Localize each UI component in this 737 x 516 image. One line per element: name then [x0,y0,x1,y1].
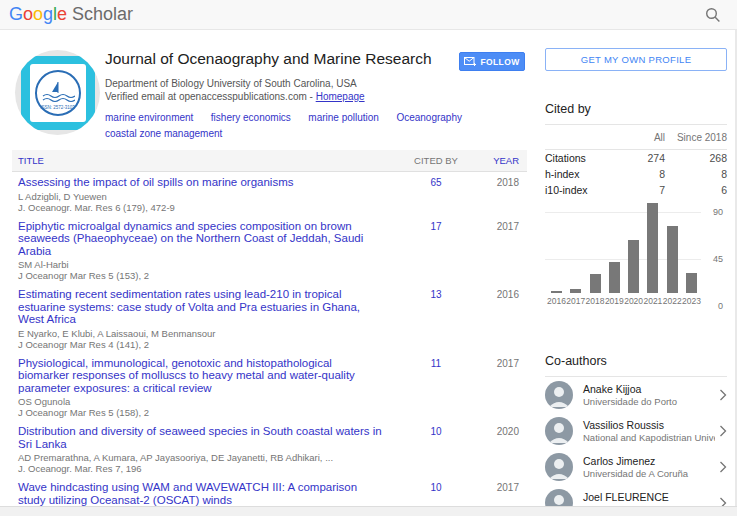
homepage-link[interactable]: Homepage [316,91,365,102]
coauthor-name[interactable]: Carlos Jimenez [583,455,715,468]
stat-all-value[interactable]: 274 [603,150,665,166]
citation-stats-header: All Since 2018 [545,125,727,150]
chart-bar[interactable] [686,273,697,293]
coauthor-item[interactable]: Vassilios Roussis National and Kapodistr… [545,413,727,449]
google-scholar-logo[interactable]: GoogleScholar [9,4,133,25]
article-title-link[interactable]: Physiological, immunological, genotoxic … [18,357,385,395]
sidebar: GET MY OWN PROFILE Cited by All Since 20… [545,48,727,516]
interest-tag[interactable]: marine pollution [308,111,379,125]
article-venue: J Oceanogr Mar Res 5 (158), 2 [18,407,385,418]
header-cited-by: CITED BY [401,155,471,166]
article-cited-by-count[interactable]: 13 [430,289,441,300]
chart-ytick: 0 [701,301,723,311]
stat-since-value[interactable]: 268 [665,150,727,166]
chevron-right-icon[interactable] [719,425,727,437]
stat-row: h-index 8 8 [545,166,727,182]
interest-tag[interactable]: Oceanography [396,111,462,125]
get-own-profile-button[interactable]: GET MY OWN PROFILE [545,48,727,71]
stat-since-value[interactable]: 6 [665,182,727,198]
article-venue: J Oceanogr Mar Res 5 (153), 2 [18,270,385,281]
article-authors: AD Premarathna, A Kumara, AP Jayasooriya… [18,452,385,463]
stat-row: Citations 274 268 [545,150,727,166]
chart-year-label: 2021 [643,296,662,306]
follow-button[interactable]: FOLLOW [459,52,525,71]
profile-verified: Verified email at openaccesspublications… [105,90,465,103]
sailboat-waves-icon [41,80,75,106]
cited-by-title: Cited by [545,102,727,125]
interest-tag[interactable]: coastal zone management [105,127,222,141]
interest-tag[interactable]: fishery economics [211,111,291,125]
chart-bar[interactable] [667,226,678,293]
stat-all-value[interactable]: 7 [603,182,665,198]
coauthor-item[interactable]: Anake Kijjoa Universidade do Porto [545,377,727,413]
stat-row: i10-index 7 6 [545,182,727,198]
article-title-link[interactable]: Epiphytic microalgal dynamics and specie… [18,220,385,258]
chart-year-label: 2017 [566,296,585,306]
article-cited-by-count[interactable]: 10 [430,482,441,493]
article-authors: L Adzigbli, D Yuewen [18,191,385,202]
topbar: GoogleScholar [0,0,737,30]
chart-bar[interactable] [570,289,581,293]
chevron-right-icon[interactable] [719,389,727,401]
stat-label: i10-index [545,182,603,198]
profile-header: ISSN: 2572-3103 Journal of Ocenaography … [12,48,527,143]
logo-letter: g [43,4,53,24]
coauthor-name[interactable]: Joel FLEURENCE [583,491,715,504]
article-cited-by-count[interactable]: 11 [431,358,441,369]
chart-bar[interactable] [628,240,639,293]
coauthor-name[interactable]: Vassilios Roussis [583,419,715,432]
stat-label: Citations [545,150,603,166]
scholar-logo-text: Scholar [72,4,133,24]
follow-button-label: FOLLOW [480,57,519,67]
table-row: Distribution and diversity of seaweed sp… [12,421,527,477]
chevron-right-icon[interactable] [719,461,727,473]
stat-label: h-index [545,166,603,182]
table-row: Assessing the impact of oil spills on ma… [12,172,527,216]
article-authors: OS Ogunola [18,396,385,407]
profile-avatar[interactable]: ISSN: 2572-3103 [15,50,100,135]
interest-tags: marine environment fishery economics mar… [105,109,535,141]
article-title-link[interactable]: Wave hindcasting using WAM and WAVEWATCH… [18,481,385,506]
logo-letter: G [9,4,23,24]
page-title: Journal of Ocenaography and Marine Resea… [105,50,465,68]
citations-chart-bars: 20162017201820192020202120222023 [547,212,701,306]
article-cited-by-count[interactable]: 17 [430,221,441,232]
chart-bar[interactable] [551,291,562,293]
col-all-label[interactable]: All [603,132,665,143]
citations-chart: 90 45 0 20162017201820192020202120222023 [545,212,727,322]
article-year: 2018 [471,176,527,213]
article-cited-by-count[interactable]: 65 [430,177,441,188]
header-year[interactable]: YEAR [471,155,527,166]
article-venue: J. Oceanogr. Mar. Res 6 (179), 472-9 [18,202,385,213]
chart-bar[interactable] [647,203,658,293]
chart-bar[interactable] [590,274,601,293]
search-icon[interactable] [705,7,721,23]
article-title-link[interactable]: Estimating recent sedimentation rates us… [18,288,385,326]
coauthor-avatar [545,417,573,445]
stat-all-value[interactable]: 8 [603,166,665,182]
article-year: 2020 [471,425,527,474]
article-title-link[interactable]: Distribution and diversity of seaweed sp… [18,425,385,450]
coauthor-avatar [545,453,573,481]
article-venue: J Oceanogr Mar Res 4 (141), 2 [18,339,385,350]
stat-since-value[interactable]: 8 [665,166,727,182]
article-title-link[interactable]: Assessing the impact of oil spills on ma… [18,176,385,189]
avatar-issn-text: ISSN: 2572-3103 [37,105,79,110]
chart-year-label: 2018 [586,296,605,306]
chart-year-label: 2020 [624,296,643,306]
logo-letter: e [57,4,67,24]
article-year: 2016 [471,288,527,350]
interest-tag[interactable]: marine environment [105,111,193,125]
coauthor-name[interactable]: Anake Kijjoa [583,383,715,396]
articles-header-row: TITLE CITED BY YEAR [12,150,527,172]
person-icon [545,381,573,409]
col-since-label[interactable]: Since 2018 [665,132,727,143]
coauthor-item[interactable]: Carlos Jimenez Universidad de A Coruña [545,449,727,485]
article-cited-by-count[interactable]: 10 [430,426,441,437]
chart-year-label: 2022 [663,296,682,306]
chart-bar[interactable] [609,262,620,293]
journal-logo: ISSN: 2572-3103 [21,56,95,130]
header-title[interactable]: TITLE [12,155,401,166]
footer-bar [0,506,737,516]
chart-year-label: 2023 [682,296,701,306]
